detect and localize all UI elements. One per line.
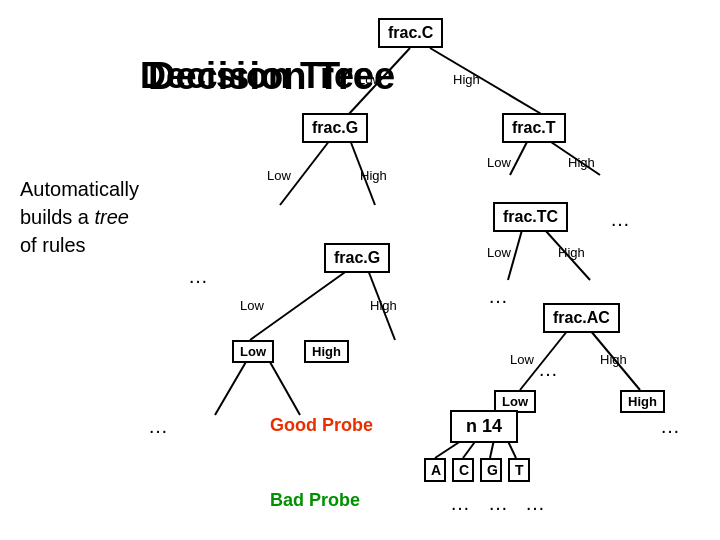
edge-fracT-low: Low <box>487 155 511 170</box>
edge-fracGsub-high: High <box>370 298 397 313</box>
edge-fracTC-low: Low <box>487 245 511 260</box>
canvas: Decision Tree Decision Tree frac.C Low H… <box>0 0 720 540</box>
edge-fracGsub-low: Low <box>240 298 264 313</box>
node-fracC: frac.C <box>378 18 443 48</box>
edge-root-high: High <box>453 72 480 87</box>
ellipsis-n14-right: … <box>660 415 680 438</box>
description-text: Automatically builds a tree of rules <box>20 175 139 259</box>
ellipsis-fracTC: … <box>610 208 630 231</box>
edge-fracAC-low: Low <box>510 352 534 367</box>
edge-fracAC-high: High <box>600 352 627 367</box>
ellipsis-fracGsub-left: … <box>188 265 208 288</box>
ellipsis-letters-g: … <box>488 492 508 515</box>
ellipsis-fracTC-low: … <box>488 285 508 308</box>
edge-root-low: Low <box>358 72 382 87</box>
svg-line-6 <box>250 270 348 340</box>
letter-A: A <box>424 458 446 482</box>
node-fracG: frac.G <box>302 113 368 143</box>
edge-fracTC-high: High <box>558 245 585 260</box>
leaf-bad-probe: Bad Probe <box>270 490 360 511</box>
svg-line-4 <box>510 140 528 175</box>
low-box-fracGsub: Low <box>232 340 274 363</box>
svg-line-12 <box>215 355 250 415</box>
letter-G: G <box>480 458 502 482</box>
edge-fracG-high: High <box>360 168 387 183</box>
node-fracT: frac.T <box>502 113 566 143</box>
ellipsis-good-left: … <box>148 415 168 438</box>
desc-line1: Automatically <box>20 175 139 203</box>
letter-C: C <box>452 458 474 482</box>
leaf-good-probe: Good Probe <box>270 415 373 436</box>
high-box-fracGsub: High <box>304 340 349 363</box>
node-fracAC: frac.AC <box>543 303 620 333</box>
svg-line-1 <box>430 48 543 115</box>
letter-T: T <box>508 458 530 482</box>
title-prefix: Decision Tree <box>140 55 374 96</box>
edge-fracT-high: High <box>568 155 595 170</box>
edge-fracG-low: Low <box>267 168 291 183</box>
page-title: Decision Tree <box>140 55 374 97</box>
node-n14: n 14 <box>450 410 518 443</box>
desc-line3: of rules <box>20 231 139 259</box>
desc-line2: builds a tree <box>20 203 139 231</box>
ellipsis-fracAC: … <box>538 358 558 381</box>
high-box-fracAC: High <box>620 390 665 413</box>
ellipsis-letters-t: … <box>525 492 545 515</box>
node-fracTC: frac.TC <box>493 202 568 232</box>
ellipsis-letters-c: … <box>450 492 470 515</box>
node-fracGsub: frac.G <box>324 243 390 273</box>
svg-line-13 <box>266 355 300 415</box>
